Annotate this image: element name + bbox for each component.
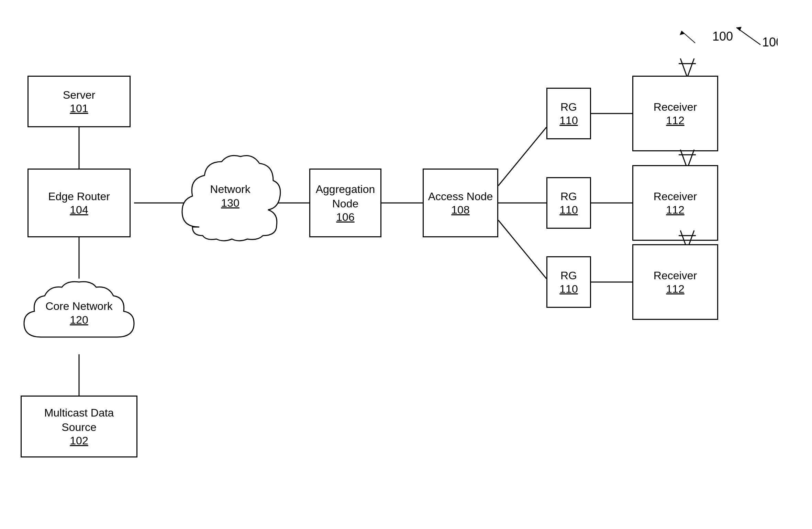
rg2-ref: 110 <box>559 204 578 216</box>
network-label: Network <box>179 182 282 197</box>
access-node-ref: 108 <box>451 204 469 216</box>
figure-arrow-svg: 100 <box>709 21 778 48</box>
figure-ref-label <box>661 28 702 48</box>
multicast-ref: 102 <box>70 434 88 447</box>
rg2-box: RG 110 <box>546 177 591 229</box>
rg2-label: RG <box>560 190 577 204</box>
edge-router-box: Edge Router 104 <box>27 169 131 237</box>
core-network-cloud: Core Network 120 <box>14 279 144 354</box>
server-ref: 101 <box>70 102 88 115</box>
access-node-box: Access Node 108 <box>423 169 498 237</box>
svg-text:100: 100 <box>762 35 778 48</box>
rg1-label: RG <box>560 100 577 115</box>
receiver1-box: Receiver 112 <box>632 76 718 151</box>
core-network-ref: 120 <box>14 314 144 326</box>
aggregation-ref: 106 <box>336 211 354 224</box>
edge-router-ref: 104 <box>70 204 88 216</box>
receiver3-ref: 112 <box>666 283 684 295</box>
multicast-label: Multicast Data Source <box>44 406 114 434</box>
edge-router-label: Edge Router <box>48 190 110 204</box>
aggregation-node-box: Aggregation Node 106 <box>309 169 381 237</box>
rg3-box: RG 110 <box>546 256 591 308</box>
network-ref: 130 <box>179 197 282 209</box>
server-label: Server <box>63 88 95 102</box>
svg-line-15 <box>687 58 694 77</box>
aggregation-label: Aggregation Node <box>316 182 375 211</box>
access-node-label: Access Node <box>428 190 493 204</box>
receiver1-ref: 112 <box>666 114 684 127</box>
diagram: 100 Server 101 Edge Router 104 <box>0 0 812 529</box>
rg3-ref: 110 <box>559 283 578 295</box>
receiver3-box: Receiver 112 <box>632 244 718 320</box>
multicast-source-box: Multicast Data Source 102 <box>21 396 137 457</box>
rg3-label: RG <box>560 269 577 283</box>
core-network-label: Core Network <box>14 299 144 314</box>
rg1-ref: 110 <box>559 114 578 127</box>
rg1-box: RG 110 <box>546 88 591 139</box>
svg-line-8 <box>498 127 546 186</box>
receiver1-label: Receiver <box>654 100 697 115</box>
svg-line-14 <box>680 58 687 77</box>
server-box: Server 101 <box>27 76 131 127</box>
network-cloud: Network 130 <box>179 151 282 255</box>
receiver3-label: Receiver <box>654 269 697 283</box>
svg-line-10 <box>498 220 546 279</box>
receiver2-ref: 112 <box>666 204 684 216</box>
receiver2-label: Receiver <box>654 190 697 204</box>
